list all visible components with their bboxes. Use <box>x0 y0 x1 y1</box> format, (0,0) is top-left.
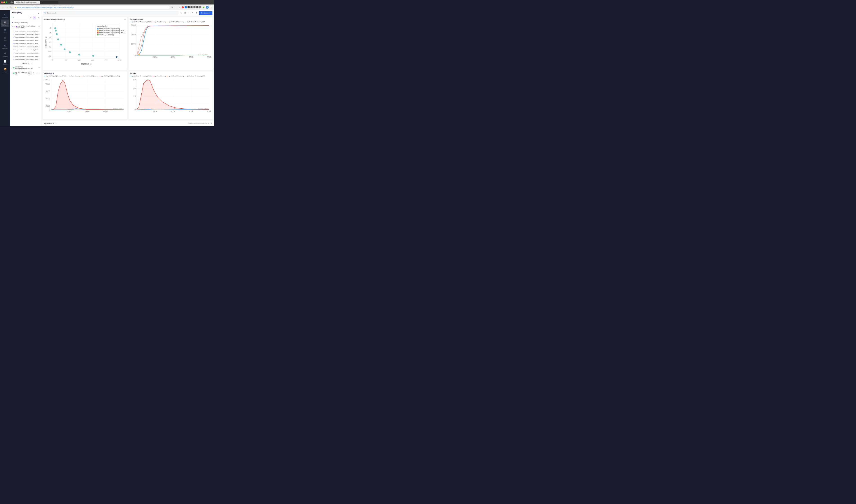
text-panel-btn[interactable]: T <box>191 11 194 15</box>
layout-icon-btn[interactable]: ⊟ <box>183 11 187 15</box>
view-toggle-btn[interactable]: ☰ <box>33 16 36 19</box>
runs-search-box[interactable]: 🔍 <box>12 16 29 19</box>
chart-settings-icon[interactable]: ⚙ <box>124 18 126 20</box>
filter-btn[interactable]: ⊟ <box>29 16 32 19</box>
url-display: wandb.ai/openrlbenchmark/MORL-Baselines/… <box>17 6 73 8</box>
scatter-svg: -2 -4 -6 -8 -10 -12 -14 0 20 40 60 80 10… <box>44 21 126 66</box>
runs-search-input[interactable] <box>15 17 28 19</box>
undo-btn[interactable]: ↩ <box>208 122 209 124</box>
panel-search-input[interactable] <box>47 12 178 14</box>
sidebar-item-runs[interactable]: ▤ Runs <box>1 28 10 35</box>
prev-page-btn[interactable]: ‹ <box>19 62 22 64</box>
run-group-label-fruittree: env_id: "fruit-tree-v0" <box>15 71 27 75</box>
extensions-btn[interactable]: 🧩 <box>202 6 205 9</box>
run-group-header-deep-sea[interactable]: ▼ 👁 env_id: "deep-sea-treasure-concave-v… <box>10 24 41 30</box>
run-item[interactable]: 👁 deep-sea-treasure-concave-v0__MultiPol… <box>10 42 41 45</box>
igd-legend-multi: algo: MultiPolicy MO Q-Learning <box>166 75 184 77</box>
run-item[interactable]: 👁 deep-sea-treasure-concave-v0__MultiPol… <box>10 52 41 55</box>
browser-menu-btn2[interactable]: ⋮ <box>210 6 212 9</box>
svg-text:Pareto Q-Learning: Pareto Q-Learning <box>99 34 114 36</box>
run-item[interactable]: 👁 deep-sea-treasure-concave-v0__MultiPol… <box>10 48 41 52</box>
run-group-fruittree: ▷ env_id: "fruit-tree-v0" 1-16 ▼ of 16 ‹… <box>10 71 41 76</box>
refresh-btn[interactable]: ↻ <box>10 6 13 9</box>
run-item[interactable]: 👁 deep-sea-treasure-concave-v0__MultiPol… <box>10 55 41 58</box>
extension-1[interactable] <box>182 6 184 8</box>
bookmark-icon-btn[interactable]: ☆ <box>178 6 181 9</box>
run-name: deep-sea-treasure-concave-v0__MultiPolic… <box>15 59 40 60</box>
sp-label-multi: algo: MultiPolicy MO Q-Learning <box>83 75 98 77</box>
settings-icon-btn[interactable]: ⚙ <box>195 11 198 15</box>
forward-btn[interactable]: → <box>6 6 8 9</box>
igd-label-ols: algo: MultiPolicy MO Q-Learning (OLS) <box>186 75 205 77</box>
profile-btn[interactable]: A <box>206 6 209 9</box>
sidebar-item-reports[interactable]: 📄 Reports <box>1 59 10 66</box>
svg-text:0: 0 <box>52 59 53 61</box>
sidebar-item-overview[interactable]: ⊙ Overview <box>1 12 10 19</box>
svg-text:-10: -10 <box>48 46 51 48</box>
maximize-window-btn[interactable] <box>6 2 7 3</box>
legend-line-gpi-ls <box>130 22 131 22</box>
prev-page-fruit[interactable]: ‹ <box>36 72 38 74</box>
run-item[interactable]: 👁 deep-sea-treasure-concave-v0__MultiPol… <box>10 45 41 48</box>
sort-btn[interactable]: ⇅ <box>37 16 40 19</box>
panel-search[interactable]: 🔍 <box>43 11 179 15</box>
next-page-btn[interactable]: › <box>30 62 33 64</box>
run-item[interactable]: 👁 deep-sea-treasure-concave-v0__MultiPol… <box>10 39 41 42</box>
share-icon-btn[interactable]: ↑ <box>175 6 177 9</box>
search-icon-btn[interactable]: 🔍 <box>171 6 174 9</box>
legend-line-pareto <box>153 22 154 22</box>
svg-point-43 <box>97 30 99 32</box>
workspace-options-icon[interactable]: ⋯ <box>55 122 57 124</box>
sidebar-item-automations[interactable]: ⚙ Automat. <box>1 43 10 50</box>
workspace-icon-group: ↖ ⊟ ✦ T ⚙ <box>180 11 198 15</box>
next-page-fruit[interactable]: › <box>38 72 40 74</box>
chart-eval-sparsity: eval/sparsity algo: MultiPolicy MO Q-Lea… <box>43 71 127 119</box>
run-eye-icon: 👁 <box>13 30 15 32</box>
automations-icon: ⚙ <box>4 44 6 47</box>
group-eye-icon: 👁 <box>14 26 15 28</box>
extension-7[interactable] <box>199 6 201 8</box>
legend-label-gpi-ls: algo: MultiPolicy MO Q-Learning (GPI-LS) <box>131 21 151 22</box>
redo-btn[interactable]: ↪ <box>210 122 212 124</box>
sidebar-item-jobs[interactable]: ◈ Jobs <box>1 35 10 42</box>
chart-title-igd: eval/igd <box>130 73 136 74</box>
run-item[interactable]: 👁 deep-sea-treasure-concave-v0__MultiPol… <box>10 30 41 33</box>
sidebar-item-artifacts[interactable]: 📦 Artifacts <box>1 67 10 74</box>
add-panel-btn[interactable]: ✦ <box>187 11 191 15</box>
extension-3[interactable] <box>188 6 190 8</box>
extension-6[interactable] <box>196 6 198 8</box>
cursor-icon-btn[interactable]: ↖ <box>180 11 183 15</box>
extension-5[interactable] <box>194 6 196 8</box>
close-window-btn[interactable] <box>1 2 3 3</box>
minimize-window-btn[interactable] <box>3 2 5 3</box>
chart-body-sparsity: algo: MultiPolicy MO Q-Learning (GPI-LS)… <box>43 75 127 116</box>
run-item[interactable]: 👁 deep-sea-treasure-concave-v0__MultiPol… <box>10 58 41 61</box>
svg-text:-14: -14 <box>48 55 51 57</box>
run-group-header-fruittree[interactable]: ▷ env_id: "fruit-tree-v0" 1-16 ▼ of 16 ‹… <box>10 71 41 76</box>
address-bar[interactable]: 🔒 wandb.ai/openrlbenchmark/MORL-Baseline… <box>14 6 170 9</box>
new-tab-btn[interactable]: + <box>40 1 58 4</box>
create-report-button[interactable]: Create report <box>199 11 212 15</box>
sidebar-item-sweeps[interactable]: ↺ Sweeps <box>1 51 10 58</box>
run-item[interactable]: 👁 deep-sea-treasure-concave-v0__MultiPol… <box>10 33 41 36</box>
tab-close-btn[interactable]: ✕ <box>38 2 39 3</box>
workspace-bottom-bar: My Workspace ⋯ Changes saved automatical… <box>41 121 214 126</box>
columns-icon-btn[interactable]: ⊞ <box>37 12 40 15</box>
extension-2[interactable] <box>185 6 187 8</box>
svg-text:8000: 8000 <box>46 83 50 85</box>
range-selector[interactable]: 1-16 ▼ <box>28 71 32 75</box>
back-btn[interactable]: ← <box>2 6 5 9</box>
sidebar-item-workspace[interactable]: ⊞ Workspace <box>1 20 10 27</box>
traffic-lights <box>1 2 7 3</box>
svg-text:-12: -12 <box>48 50 51 53</box>
active-tab[interactable]: MORL-Baselines Workspace - ✕ <box>14 1 40 4</box>
browser-controls: ← → ↻ 🔒 wandb.ai/openrlbenchmark/MORL-Ba… <box>0 4 214 10</box>
browser-menu-btn[interactable]: ⋮ <box>211 1 213 3</box>
svg-text:200k: 200k <box>153 110 157 113</box>
extension-4[interactable] <box>191 6 193 8</box>
svg-text:0: 0 <box>135 109 136 111</box>
chart-header-sparsity: eval/sparsity <box>43 71 127 75</box>
run-name: deep-sea-treasure-concave-v0__MultiPolic… <box>15 37 40 38</box>
run-item[interactable]: 👁 deep-sea-treasure-concave-v0__MultiPol… <box>10 36 41 39</box>
run-group-header-mountaincar[interactable]: ▷ env_id: "mo-mountaincarcontinuous-v0" … <box>10 65 41 71</box>
